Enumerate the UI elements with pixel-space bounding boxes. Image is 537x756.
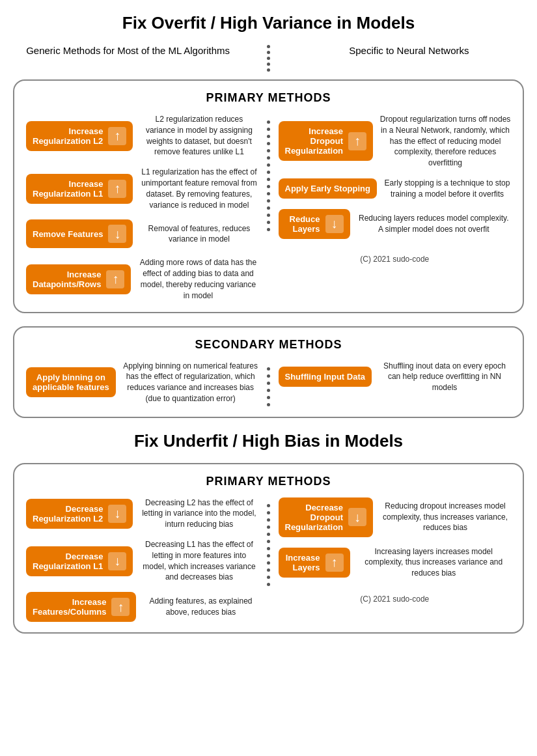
udot9 — [267, 561, 270, 565]
overfit-secondary-title: SECONDARY METHODS — [26, 338, 511, 352]
underfit-primary-left-col: Decrease Regularization L2 ↓ Decreasing … — [26, 497, 259, 623]
overfit-left-row-1: Increase Regularization L1 ↑ L1 regulari… — [26, 167, 259, 210]
overfit-secondary-right-row-0: Shuffling Input Data Shuffling inout dat… — [279, 361, 512, 393]
secondary-center-divider — [259, 361, 279, 406]
dot3 — [267, 57, 270, 60]
desc-inc-reg-l1: L1 regularization has the effect of unim… — [139, 167, 258, 210]
dot4 — [267, 63, 270, 66]
udot11 — [267, 576, 270, 579]
desc-dec-reg-l2: Decreasing L2 has the effect of letting … — [139, 497, 258, 530]
badge-inc-reg-l1-line1: Increase — [69, 179, 103, 189]
underfit-left-row-2: Increase Features/Columns ↑ Adding featu… — [26, 592, 259, 622]
cdot1 — [267, 120, 270, 124]
primary-center-divider — [259, 114, 279, 301]
arrow-down-icon-2: ↓ — [325, 215, 344, 233]
badge-inc-reg-l2: Increase Regularization L2 ↑ — [26, 121, 133, 151]
desc-inc-datapoints: Adding more rows of data has the effect … — [137, 257, 258, 301]
arrow-up-icon: ↑ — [108, 127, 126, 145]
badge-dec-reg-l1-line2: Regularization L1 — [33, 561, 103, 571]
desc-dec-reg-l1: Decreasing L1 has the effect of letting … — [139, 539, 258, 583]
arrow-up-icon-4: ↑ — [348, 132, 366, 150]
badge-shuffling-label: Shuffling Input Data — [285, 372, 365, 382]
badge-inc-reg-l1-line2: Regularization L1 — [33, 189, 103, 199]
badge-inc-dropout-line2: Dropout — [310, 136, 344, 146]
udot3 — [267, 518, 270, 522]
main-title-underfit: Fix Underfit / High Bias in Models — [13, 431, 524, 451]
badge-dec-reg-l2-line2: Regularization L2 — [33, 514, 103, 524]
udot10 — [267, 568, 270, 572]
right-col-header: Specific to Neural Networks — [294, 45, 524, 72]
badge-dec-dropout-line2: Dropout — [310, 512, 344, 522]
underfit-primary-cols: Decrease Regularization L2 ↓ Decreasing … — [26, 497, 511, 623]
underfit-primary-title: PRIMARY METHODS — [26, 475, 511, 488]
cdot13 — [267, 206, 270, 210]
copyright-underfit: (C) 2021 sudo-code — [279, 595, 512, 604]
desc-inc-features: Adding features, as explained above, red… — [143, 596, 258, 618]
overfit-right-row-2: Reduce Layers ↓ Reducing layers reduces … — [279, 209, 512, 239]
arrow-up-icon-5: ↑ — [111, 598, 130, 616]
overfit-primary-left-col: Increase Regularization L2 ↑ L2 regulari… — [26, 114, 259, 301]
cdot12 — [267, 199, 270, 203]
cdot8 — [267, 171, 270, 174]
overfit-secondary-right-col: Shuffling Input Data Shuffling inout dat… — [279, 361, 512, 406]
badge-inc-features-line1: Increase — [72, 597, 107, 607]
overfit-primary-cols: Increase Regularization L2 ↑ L2 regulari… — [26, 114, 511, 301]
badge-inc-layers: Increase Layers ↑ — [279, 548, 350, 578]
overfit-left-row-0: Increase Regularization L2 ↑ L2 regulari… — [26, 114, 259, 158]
underfit-primary-right-col: Decrease Dropout Regularization ↓ Reduci… — [279, 497, 512, 623]
badge-dec-dropout: Decrease Dropout Regularization ↓ — [279, 497, 374, 537]
overfit-primary-title: PRIMARY METHODS — [26, 91, 511, 105]
badge-inc-datapoints-line2: Datapoints/Rows — [33, 279, 101, 289]
badge-inc-datapoints: Increase Datapoints/Rows ↑ — [26, 264, 131, 294]
badge-inc-layers-line1: Increase — [286, 553, 320, 563]
cdot6 — [267, 156, 270, 160]
cdot2 — [267, 128, 270, 131]
cdot5 — [267, 149, 270, 152]
overfit-right-row-0: Increase Dropout Regularization ↑ Dropou… — [279, 114, 512, 169]
badge-binning-line1: Apply binning on — [36, 372, 105, 382]
cdot9 — [267, 178, 270, 181]
udot2 — [267, 511, 270, 514]
cdot14 — [267, 214, 270, 217]
badge-inc-dropout-line1: Increase — [309, 126, 343, 136]
badge-dec-reg-l2: Decrease Regularization L2 ↓ — [26, 499, 133, 529]
arrow-down-icon-5: ↓ — [348, 508, 366, 526]
underfit-primary-box: PRIMARY METHODS Decrease Regularization … — [13, 463, 524, 634]
sdot4 — [267, 389, 270, 392]
cdot10 — [267, 185, 270, 188]
badge-dec-reg-l1-line1: Decrease — [66, 552, 103, 561]
desc-early-stopping: Early stopping is a technique to stop tr… — [383, 178, 511, 200]
desc-binning: Applying binning on numerical features h… — [122, 361, 259, 404]
sdot5 — [267, 396, 270, 399]
udot5 — [267, 533, 270, 536]
udot4 — [267, 525, 270, 529]
badge-binning: Apply binning on applicable features — [26, 367, 116, 397]
badge-inc-reg-l2-line2: Regularization L2 — [33, 136, 103, 146]
desc-inc-reg-l2: L2 regularization reduces variance in mo… — [139, 114, 258, 158]
underfit-right-row-0: Decrease Dropout Regularization ↓ Reduci… — [279, 497, 512, 537]
badge-reduce-layers: Reduce Layers ↓ — [279, 209, 350, 239]
badge-dec-reg-l2-line1: Decrease — [66, 504, 103, 514]
cdot11 — [267, 192, 270, 195]
desc-remove-features: Removal of features, reduces variance in… — [139, 223, 258, 245]
udot6 — [267, 540, 270, 543]
overfit-left-row-2: Remove Features ↓ Removal of features, r… — [26, 219, 259, 248]
page-wrapper: Fix Overfit / High Variance in Models Ge… — [13, 13, 524, 634]
badge-inc-features: Increase Features/Columns ↑ — [26, 592, 136, 622]
underfit-left-row-0: Decrease Regularization L2 ↓ Decreasing … — [26, 497, 259, 530]
cdot15 — [267, 221, 270, 224]
badge-binning-line2: applicable features — [33, 382, 109, 392]
dot2 — [267, 51, 270, 54]
header-divider — [243, 45, 294, 72]
cdot16 — [267, 228, 270, 231]
dot5 — [267, 68, 270, 72]
udot1 — [267, 504, 270, 507]
cdot4 — [267, 142, 270, 145]
badge-inc-reg-l2-line1: Increase — [69, 126, 103, 136]
badge-remove-features: Remove Features ↓ — [26, 219, 133, 248]
cdot7 — [267, 163, 270, 167]
badge-dec-reg-l1: Decrease Regularization L1 ↓ — [26, 546, 133, 576]
desc-inc-layers: Increasing layers increases model comple… — [357, 546, 512, 579]
underfit-right-row-1: Increase Layers ↑ Increasing layers incr… — [279, 546, 512, 579]
copyright-overfit: (C) 2021 sudo-code — [279, 255, 512, 264]
